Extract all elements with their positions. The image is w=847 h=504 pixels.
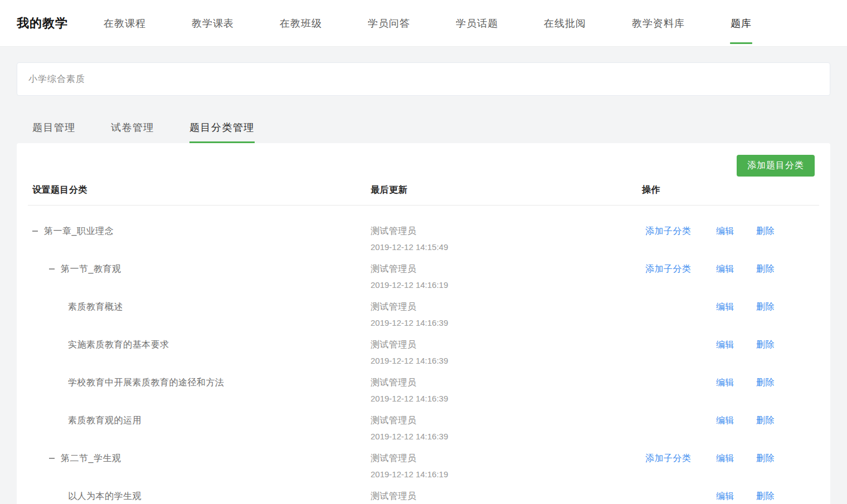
page-body: 小学综合素质 题目管理试卷管理题目分类管理 添加题目分类 设置题目分类 最后更新… bbox=[0, 47, 847, 504]
actions-cell: 编辑删除 bbox=[642, 337, 815, 350]
main-nav: 在教课程教学课表在教班级学员问答学员话题在线批阅教学资料库题库 bbox=[104, 0, 752, 46]
last-update-cell: 测试管理员2019-12-12 14:16:39 bbox=[371, 413, 642, 442]
updated-by: 测试管理员 bbox=[371, 491, 642, 501]
table-row: 以人为本的学生观测试管理员编辑删除 bbox=[32, 488, 815, 504]
course-title-box: 小学综合素质 bbox=[17, 62, 830, 96]
tab[interactable]: 题目分类管理 bbox=[189, 96, 255, 143]
nav-tab[interactable]: 在教班级 bbox=[280, 0, 322, 46]
nav-tab[interactable]: 在教课程 bbox=[104, 0, 146, 46]
category-name-cell: 第二节_学生观 bbox=[32, 451, 371, 463]
edit-link[interactable]: 编辑 bbox=[716, 263, 734, 274]
category-tree-table: 第一章_职业理念测试管理员2019-12-12 14:15:49添加子分类编辑删… bbox=[32, 205, 815, 504]
edit-link[interactable]: 编辑 bbox=[716, 301, 734, 312]
last-update-cell: 测试管理员2019-12-12 14:16:19 bbox=[371, 451, 642, 479]
table-header-row: 设置题目分类 最后更新 操作 bbox=[32, 177, 815, 205]
category-name: 实施素质教育的基本要求 bbox=[68, 339, 169, 350]
category-name: 学校教育中开展素质教育的途径和方法 bbox=[68, 377, 225, 388]
updated-by: 测试管理员 bbox=[371, 339, 642, 350]
nav-tab[interactable]: 学员问答 bbox=[368, 0, 410, 46]
actions-cell: 编辑删除 bbox=[642, 413, 815, 425]
category-name: 素质教育概述 bbox=[68, 301, 123, 312]
nav-tab[interactable]: 在线批阅 bbox=[544, 0, 586, 46]
actions-cell: 编辑删除 bbox=[642, 375, 815, 388]
column-header-actions: 操作 bbox=[642, 184, 815, 196]
category-name: 素质教育观的运用 bbox=[68, 415, 142, 425]
nav-tab[interactable]: 教学课表 bbox=[192, 0, 234, 46]
table-row: 第二节_学生观测试管理员2019-12-12 14:16:19添加子分类编辑删除 bbox=[32, 451, 815, 488]
nav-tab[interactable]: 教学资料库 bbox=[632, 0, 685, 46]
last-update-cell: 测试管理员2019-12-12 14:16:19 bbox=[371, 261, 642, 290]
updated-by: 测试管理员 bbox=[371, 415, 642, 425]
collapse-minus-icon[interactable] bbox=[32, 231, 38, 232]
category-name-cell: 以人为本的学生观 bbox=[32, 488, 371, 501]
nav-tab[interactable]: 题库 bbox=[731, 0, 752, 46]
category-name: 第一节_教育观 bbox=[61, 263, 121, 274]
column-header-category: 设置题目分类 bbox=[32, 184, 371, 196]
updated-at: 2019-12-12 14:16:39 bbox=[371, 432, 642, 442]
actions-cell: 添加子分类编辑删除 bbox=[642, 223, 815, 236]
updated-by: 测试管理员 bbox=[371, 263, 642, 274]
delete-link[interactable]: 删除 bbox=[756, 377, 775, 388]
updated-by: 测试管理员 bbox=[371, 226, 642, 236]
category-name: 第一章_职业理念 bbox=[44, 226, 114, 236]
tab[interactable]: 试卷管理 bbox=[111, 96, 154, 143]
delete-link[interactable]: 删除 bbox=[756, 453, 775, 463]
updated-at: 2019-12-12 14:16:39 bbox=[371, 356, 642, 366]
table-row: 第一章_职业理念测试管理员2019-12-12 14:15:49添加子分类编辑删… bbox=[32, 223, 815, 261]
course-title: 小学综合素质 bbox=[28, 74, 85, 85]
last-update-cell: 测试管理员2019-12-12 14:16:39 bbox=[371, 299, 642, 328]
actions-cell: 添加子分类编辑删除 bbox=[642, 261, 815, 274]
sub-tabs: 题目管理试卷管理题目分类管理 bbox=[17, 96, 830, 143]
updated-by: 测试管理员 bbox=[371, 377, 642, 388]
delete-link[interactable]: 删除 bbox=[756, 301, 775, 312]
delete-link[interactable]: 删除 bbox=[756, 415, 775, 425]
table-row: 第一节_教育观测试管理员2019-12-12 14:16:19添加子分类编辑删除 bbox=[32, 261, 815, 299]
edit-link[interactable]: 编辑 bbox=[716, 415, 734, 425]
app-title: 我的教学 bbox=[17, 15, 68, 32]
category-name-cell: 素质教育概述 bbox=[32, 299, 371, 312]
updated-at: 2019-12-12 14:16:19 bbox=[371, 280, 642, 290]
edit-link[interactable]: 编辑 bbox=[716, 339, 734, 350]
actions-cell: 编辑删除 bbox=[642, 299, 815, 312]
actions-cell: 添加子分类编辑删除 bbox=[642, 451, 815, 463]
table-row: 素质教育概述测试管理员2019-12-12 14:16:39编辑删除 bbox=[32, 299, 815, 337]
column-header-last-update: 最后更新 bbox=[371, 184, 642, 196]
category-name-cell: 学校教育中开展素质教育的途径和方法 bbox=[32, 375, 371, 388]
add-subcategory-link[interactable]: 添加子分类 bbox=[645, 453, 695, 463]
content-panel: 添加题目分类 设置题目分类 最后更新 操作 第一章_职业理念测试管理员2019-… bbox=[17, 143, 830, 504]
last-update-cell: 测试管理员 bbox=[371, 488, 642, 504]
last-update-cell: 测试管理员2019-12-12 14:15:49 bbox=[371, 223, 642, 252]
updated-at: 2019-12-12 14:16:39 bbox=[371, 394, 642, 404]
edit-link[interactable]: 编辑 bbox=[716, 491, 734, 501]
category-name: 以人为本的学生观 bbox=[68, 491, 142, 501]
category-name-cell: 素质教育观的运用 bbox=[32, 413, 371, 425]
add-subcategory-link[interactable]: 添加子分类 bbox=[645, 226, 695, 236]
collapse-minus-icon[interactable] bbox=[49, 268, 55, 270]
updated-at: 2019-12-12 14:15:49 bbox=[371, 242, 642, 252]
delete-link[interactable]: 删除 bbox=[756, 263, 775, 274]
category-name-cell: 第一节_教育观 bbox=[32, 261, 371, 274]
updated-at: 2019-12-12 14:16:39 bbox=[371, 318, 642, 328]
actions-cell: 编辑删除 bbox=[642, 488, 815, 501]
tab[interactable]: 题目管理 bbox=[32, 96, 76, 143]
edit-link[interactable]: 编辑 bbox=[716, 226, 734, 236]
edit-link[interactable]: 编辑 bbox=[716, 453, 734, 463]
delete-link[interactable]: 删除 bbox=[756, 491, 775, 501]
table-row: 素质教育观的运用测试管理员2019-12-12 14:16:39编辑删除 bbox=[32, 413, 815, 451]
add-question-category-button[interactable]: 添加题目分类 bbox=[737, 155, 815, 177]
category-name: 第二节_学生观 bbox=[61, 453, 121, 463]
delete-link[interactable]: 删除 bbox=[756, 226, 775, 236]
edit-link[interactable]: 编辑 bbox=[716, 377, 734, 388]
table-row: 学校教育中开展素质教育的途径和方法测试管理员2019-12-12 14:16:3… bbox=[32, 375, 815, 413]
updated-by: 测试管理员 bbox=[371, 301, 642, 312]
top-navbar: 我的教学 在教课程教学课表在教班级学员问答学员话题在线批阅教学资料库题库 bbox=[0, 0, 847, 47]
add-subcategory-link[interactable]: 添加子分类 bbox=[645, 263, 695, 274]
last-update-cell: 测试管理员2019-12-12 14:16:39 bbox=[371, 337, 642, 366]
nav-tab[interactable]: 学员话题 bbox=[456, 0, 498, 46]
table-row: 实施素质教育的基本要求测试管理员2019-12-12 14:16:39编辑删除 bbox=[32, 337, 815, 375]
panel-toolbar: 添加题目分类 bbox=[32, 143, 815, 177]
collapse-minus-icon[interactable] bbox=[49, 458, 55, 459]
category-name-cell: 第一章_职业理念 bbox=[32, 223, 371, 236]
delete-link[interactable]: 删除 bbox=[756, 339, 775, 350]
updated-at: 2019-12-12 14:16:19 bbox=[371, 469, 642, 479]
